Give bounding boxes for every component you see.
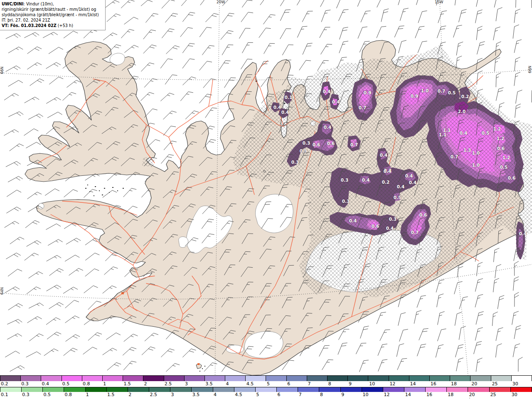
scale-tick-label: 1.5 bbox=[107, 392, 115, 397]
scale-cell bbox=[404, 387, 425, 392]
precip-value-label: 0.5 bbox=[448, 90, 456, 95]
precip-value-label: 0.5 bbox=[500, 165, 508, 170]
precip-value-label: 0.3 bbox=[341, 177, 349, 182]
precip-value-label: 0.7 bbox=[359, 105, 367, 110]
scale-tick-label: 3 bbox=[185, 381, 188, 387]
scale-cell bbox=[20, 376, 41, 381]
title-line-5: VT: Fös. 01.03.2024 02Z (+53 h) bbox=[2, 23, 103, 28]
scale-tick-label: 30 bbox=[512, 381, 518, 387]
scale-cell bbox=[450, 376, 470, 381]
precip-value-label: 1.0 bbox=[472, 150, 480, 155]
scale-tick-label: 18 bbox=[448, 392, 453, 397]
scale-cell bbox=[225, 376, 245, 381]
scale-tick-label: 2 bbox=[128, 392, 131, 397]
scale-cell bbox=[82, 376, 102, 381]
scale-cell bbox=[340, 387, 362, 392]
scale-cell bbox=[164, 376, 184, 381]
precip-value-label: 0.6 bbox=[419, 212, 427, 217]
scale-cell bbox=[327, 376, 347, 381]
scale-tick-label: 20 bbox=[469, 392, 475, 397]
precip-value-label: 0.2 bbox=[461, 94, 469, 99]
scale-tick-label: 12 bbox=[389, 381, 395, 387]
precip-value-label: 0.2 bbox=[382, 180, 390, 185]
precip-value-label: 0.6 bbox=[508, 175, 516, 180]
scale-cell bbox=[255, 387, 276, 392]
precip-value-label: 0.4 bbox=[323, 89, 331, 94]
scale-cell bbox=[298, 387, 319, 392]
scale-cell bbox=[0, 376, 20, 381]
scale-tick-label: 10 bbox=[369, 381, 375, 387]
scale-tick-label: 4 bbox=[226, 381, 229, 387]
scale-tick-label: 6 bbox=[278, 392, 281, 397]
precip-value-label: 0.9 bbox=[364, 90, 372, 95]
precip-value-label: 1.0 bbox=[472, 163, 480, 167]
scale-cell bbox=[489, 387, 510, 392]
precip-value-label: 1.2 bbox=[502, 155, 510, 160]
lake-thingvallavatn bbox=[179, 236, 188, 247]
scale-cell bbox=[62, 376, 82, 381]
scale-tick-label: 18 bbox=[451, 381, 457, 387]
scale-cell bbox=[21, 387, 42, 392]
scale-cell bbox=[429, 376, 450, 381]
scale-cell bbox=[42, 387, 64, 392]
scale-cell bbox=[383, 387, 404, 392]
scale-cell bbox=[106, 387, 128, 392]
precip-value-label: 0.4 bbox=[409, 180, 417, 185]
scale-tick-label: 20 bbox=[471, 381, 477, 387]
scale-cell bbox=[510, 387, 532, 392]
precip-value-label: 1.1 bbox=[439, 132, 447, 137]
snow-sleet-scale-bar bbox=[0, 375, 532, 382]
parallel-label-66n: 66N bbox=[0, 66, 4, 74]
scale-tick-label: 2 bbox=[144, 381, 147, 387]
scale-cell bbox=[213, 387, 234, 392]
rain-scale-labels: 0.10.30.50.811.522.533.544.5567891012141… bbox=[0, 392, 532, 398]
scale-tick-label: 2.5 bbox=[165, 381, 172, 387]
parallel-label-64n: 64N bbox=[0, 287, 4, 295]
precip-value-label: 1.0 bbox=[421, 88, 429, 93]
scale-cell bbox=[170, 387, 191, 392]
scale-tick-label: 9 bbox=[349, 381, 352, 387]
glacier-hofsjokull bbox=[255, 194, 293, 233]
scale-cell bbox=[470, 376, 490, 381]
snow-sleet-scale-labels: 0.20.30.40.50.811.522.533.544.5567891012… bbox=[0, 381, 532, 387]
meridian-label-15w: 15W bbox=[435, 0, 443, 4]
scale-tick-label: 0.3 bbox=[22, 392, 30, 397]
scale-cell bbox=[123, 376, 143, 381]
precip-value-label: 0.9 bbox=[411, 94, 419, 99]
precip-value-label: 0.4 bbox=[324, 125, 332, 130]
scale-tick-label: 0.5 bbox=[62, 381, 70, 387]
precip-value-label: 0.4 bbox=[384, 169, 392, 174]
scale-tick-label: 16 bbox=[431, 381, 436, 387]
scale-tick-label: 8 bbox=[320, 392, 323, 397]
scale-tick-label: 4.5 bbox=[235, 392, 242, 397]
scale-cell bbox=[286, 376, 307, 381]
precip-value-label: 0.3 bbox=[389, 217, 397, 222]
scale-tick-label: 0.5 bbox=[43, 392, 51, 397]
scale-tick-label: 0.1 bbox=[1, 392, 8, 397]
meridian-label-20w: 20W bbox=[217, 0, 225, 4]
scale-tick-label: 30 bbox=[512, 392, 517, 397]
precip-value-label: 0.3 bbox=[300, 148, 308, 153]
scale-cell bbox=[0, 387, 21, 392]
precip-value-label: 0.4 bbox=[349, 218, 357, 223]
scale-tick-label: 1 bbox=[86, 392, 89, 397]
scale-cell bbox=[307, 376, 327, 381]
scale-tick-label: 0.8 bbox=[65, 392, 72, 397]
scale-cell bbox=[41, 376, 61, 381]
precip-value-label: 2.0 bbox=[458, 109, 466, 114]
scale-tick-label: 6 bbox=[287, 381, 290, 387]
precip-value-label: 0.4 bbox=[273, 105, 281, 110]
scale-cell bbox=[511, 376, 532, 381]
scale-cell bbox=[128, 387, 149, 392]
scale-cell bbox=[409, 376, 429, 381]
scale-cell bbox=[276, 387, 298, 392]
precip-value-label: 0.3 bbox=[303, 140, 310, 145]
scale-tick-label: 4.5 bbox=[246, 381, 254, 387]
title-line-2: rigning/skúrir (grænt/blátt/rautt - mm/1… bbox=[2, 7, 103, 12]
scale-cell bbox=[184, 376, 204, 381]
scale-cell bbox=[102, 376, 123, 381]
scale-tick-label: 3.5 bbox=[205, 381, 213, 387]
precip-value-label: 0.4 bbox=[281, 110, 289, 115]
precip-value-label: 0.7 bbox=[350, 142, 358, 147]
scale-cell bbox=[234, 387, 255, 392]
